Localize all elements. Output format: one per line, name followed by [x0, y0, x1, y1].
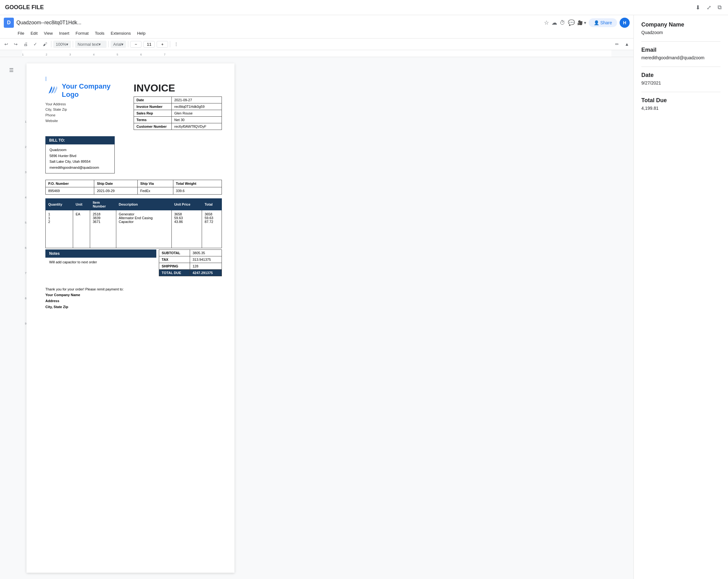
total-due-row: TOTAL DUE 4247.291375: [159, 269, 222, 276]
more-options-button[interactable]: ⋮: [172, 40, 180, 48]
subtotal-label: SUBTOTAL: [159, 249, 190, 256]
docs-filename[interactable]: Quadzoom--rec8itq0T1Hdk...: [17, 20, 541, 26]
info-row-invoice: Invoice Number rec8itq0T1Hdk0g59: [134, 103, 222, 110]
paintformat-button[interactable]: 🖌: [41, 40, 49, 48]
footer-line4: City, State Zip: [45, 305, 69, 309]
shipping-table: P.O. Number Ship Date Ship Via Total Wei…: [45, 180, 222, 195]
menu-help[interactable]: Help: [135, 30, 148, 37]
docs-header: D Quadzoom--rec8itq0T1Hdk... ☆ ☁ ⏱ 💬 🎥 ▾…: [0, 15, 633, 39]
footer-line2: Your Company Name: [45, 293, 80, 297]
info-value-salesrep: Glen Rouse: [172, 110, 222, 117]
right-panel: Company Name Quadzoom Email meredithgood…: [633, 15, 728, 579]
shipping-col-po: P.O. Number: [46, 180, 94, 187]
shipping-label: SHIPPING: [159, 263, 190, 269]
font-size-minus[interactable]: −: [130, 41, 141, 48]
footer-line3: Address: [45, 299, 59, 303]
notes-header: Notes: [45, 249, 156, 258]
ruler-inner: 1 2 3 4 5 6 7: [22, 50, 612, 57]
menu-format[interactable]: Format: [73, 30, 91, 37]
invoice-footer: Thank you for your order! Please remit p…: [45, 286, 222, 310]
address-line4: Website: [45, 118, 111, 124]
font-select[interactable]: Arial ▾: [111, 41, 126, 48]
menu-extensions[interactable]: Extensions: [108, 30, 133, 37]
info-row-salesrep: Sales Rep Glen Rouse: [134, 110, 222, 117]
info-row-date: Date 2021-09-27: [134, 97, 222, 103]
pencil-mode-button[interactable]: ✏: [613, 40, 621, 48]
meet-icon[interactable]: 🎥 ▾: [577, 20, 586, 25]
items-data-row: 112 EA 251838393671 GeneratorAlternator …: [46, 210, 222, 248]
company-address: Your Address City, State Zip Phone Websi…: [45, 102, 111, 124]
style-select[interactable]: Normal text ▾: [75, 41, 106, 48]
print-button[interactable]: 🖨: [21, 40, 30, 48]
list-icon[interactable]: ☰: [9, 67, 14, 73]
invoice-header: Your Company Logo Your Address City, Sta…: [45, 82, 222, 130]
menu-edit[interactable]: Edit: [28, 30, 40, 37]
zoom-value: 100%: [56, 42, 66, 47]
info-value-terms: Net 30: [172, 117, 222, 123]
total-due-field: Total Due 4,199.81: [641, 97, 721, 111]
zoom-select[interactable]: 100% ▾: [53, 41, 71, 48]
info-label-terms: Terms: [134, 117, 172, 123]
toolbar-sep-2: [73, 41, 73, 47]
address-line2: City, State Zip: [45, 107, 111, 112]
spellcheck-button[interactable]: ✓: [31, 40, 39, 48]
bill-to-line2: 5896 Hunter Blvd: [50, 153, 111, 159]
undo-button[interactable]: ↩: [2, 40, 10, 48]
user-avatar[interactable]: H: [620, 18, 630, 28]
tax-label: TAX: [159, 256, 190, 263]
invoice-right-block: INVOICE Date 2021-09-27 Invoice Number r…: [134, 82, 222, 130]
top-bar-icons: ⬇ ⤢ ⧉: [694, 3, 723, 12]
menu-view[interactable]: View: [41, 30, 55, 37]
info-value-date: 2021-09-27: [172, 97, 222, 103]
subtotal-value: 3805.35: [190, 249, 222, 256]
divider-2: [641, 67, 721, 67]
info-value-customer: rec6yf0AWTflQVDyF: [172, 123, 222, 130]
items-col-unit: Unit: [73, 198, 90, 210]
item-desc: GeneratorAlternator End CasingCapacitor: [116, 210, 172, 248]
company-name-line2: Logo: [62, 91, 111, 99]
tax-row: TAX 313.941375: [159, 256, 222, 263]
menu-insert[interactable]: Insert: [56, 30, 72, 37]
history-icon[interactable]: ⏱: [560, 20, 565, 26]
company-name-line1: Your Company: [62, 82, 111, 91]
ruler: 1 2 3 4 5 6 7: [0, 50, 633, 57]
toolbar-sep-3: [108, 41, 109, 47]
company-logo-block: Your Company Logo Your Address City, Sta…: [45, 82, 111, 124]
document-page: | Your Company: [26, 64, 234, 573]
shipping-data-row: 895469 2021-09-29 FedEx 339.6: [46, 187, 222, 194]
toolbar-collapse-button[interactable]: ▲: [623, 40, 631, 48]
date-label: Date: [641, 72, 721, 78]
newtab-button[interactable]: ⧉: [716, 3, 723, 12]
share-icon: 👤: [594, 20, 599, 25]
items-col-qty: Quantity: [46, 198, 73, 210]
items-table: Quantity Unit ItemNumber Description Uni…: [45, 198, 222, 248]
subtotal-row: SUBTOTAL 3805.35: [159, 249, 222, 256]
page-sidebar: ☰: [6, 64, 17, 573]
cloud-icon[interactable]: ☁: [551, 19, 557, 26]
bill-to-line1: Quadzoom: [50, 147, 111, 153]
divider-3: [641, 92, 721, 92]
info-table: Date 2021-09-27 Invoice Number rec8itq0T…: [134, 97, 222, 130]
company-name-field: Company Name Quadzoom: [641, 21, 721, 35]
menu-file[interactable]: File: [15, 30, 27, 37]
star-icon[interactable]: ☆: [544, 19, 549, 26]
font-size-display[interactable]: 11: [144, 41, 155, 48]
total-due-value: 4,199.81: [641, 106, 721, 111]
share-button[interactable]: 👤 Share: [589, 18, 617, 27]
redo-button[interactable]: ↪: [12, 40, 20, 48]
menu-tools[interactable]: Tools: [92, 30, 107, 37]
toolbar-sep-5: [170, 41, 170, 47]
item-number: 251838393671: [90, 210, 116, 248]
shipping-col-via: Ship Via: [137, 180, 173, 187]
info-label-date: Date: [134, 97, 172, 103]
bottom-section: Notes Will add capacitor to next order S…: [45, 249, 222, 276]
total-due-label: Total Due: [641, 97, 721, 104]
fullscreen-button[interactable]: ⤢: [705, 3, 712, 12]
font-size-plus[interactable]: +: [157, 41, 168, 48]
info-row-customer: Customer Number rec6yf0AWTflQVDyF: [134, 123, 222, 130]
shipping-po: 895469: [46, 187, 94, 194]
download-button[interactable]: ⬇: [694, 3, 702, 12]
comment-icon[interactable]: 💬: [568, 19, 575, 26]
bill-to-line3: Salt Lake City, Utah 89554: [50, 159, 111, 165]
company-name-label: Company Name: [641, 21, 721, 28]
